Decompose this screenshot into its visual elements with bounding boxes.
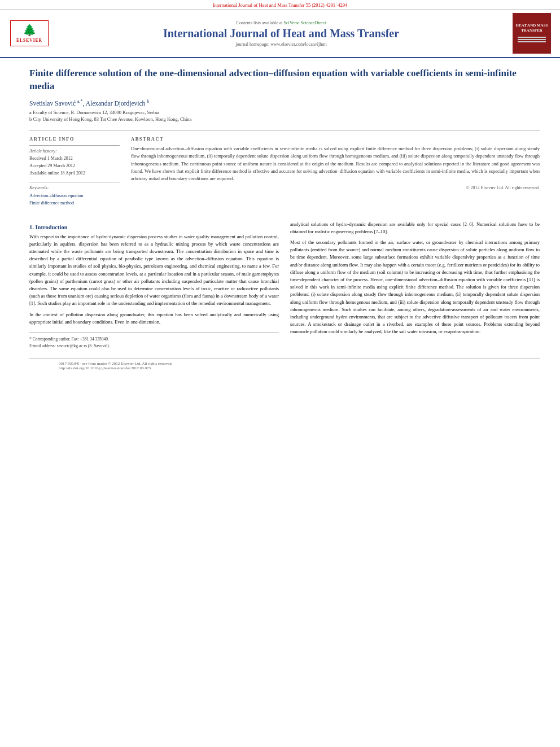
keyword-1: Advection–diffusion equation xyxy=(29,192,120,200)
abstract-column: ABSTRACT One-dimensional advection–diffu… xyxy=(131,136,540,212)
keyword-2: Finite difference method xyxy=(29,199,120,207)
article-container: Finite difference solution of the one-di… xyxy=(0,58,560,382)
keywords-label: Keywords: xyxy=(29,185,120,190)
affiliation-a: a Faculty of Science, R. Domanovića 12, … xyxy=(29,109,540,116)
history-section: Article history: Received 1 March 2012 A… xyxy=(29,145,120,177)
footnotes: * Corresponding author. Fax: +381 34 335… xyxy=(29,333,279,350)
thumb-journal-title: HEAT AND MASS TRANSFER xyxy=(515,23,549,33)
header-divider xyxy=(29,130,540,130)
journal-reference-bar: International Journal of Heat and Mass T… xyxy=(0,0,560,10)
journal-homepage: journal homepage: www.elsevier.com/locat… xyxy=(54,42,508,47)
article-info-abstract: ARTICLE INFO Article history: Received 1… xyxy=(29,136,540,212)
elsevier-tree-icon: 🌲 xyxy=(23,24,37,36)
article-title: Finite difference solution of the one-di… xyxy=(29,67,540,93)
intro-paragraph-2: In the context of pollution dispersion a… xyxy=(29,311,279,326)
available-date: Available online 18 April 2012 xyxy=(29,170,120,177)
journal-ref-text: International Journal of Heat and Mass T… xyxy=(213,2,348,8)
article-info-heading: ARTICLE INFO xyxy=(29,136,120,142)
copyright-text: © 2012 Elsevier Ltd. All rights reserved… xyxy=(131,185,540,190)
accepted-date: Accepted 29 March 2012 xyxy=(29,163,120,170)
article-info-column: ARTICLE INFO Article history: Received 1… xyxy=(29,136,120,212)
affiliations: a Faculty of Science, R. Domanovića 12, … xyxy=(29,109,540,124)
footnote-corresponding: * Corresponding author. Fax: +381 34 335… xyxy=(29,336,279,343)
received-date: Received 1 March 2012 xyxy=(29,155,120,163)
history-label: Article history: xyxy=(29,148,120,154)
intro-heading: 1. Introduction xyxy=(29,224,279,230)
journal-header: 🌲 ELSEVIER Contents lists available at S… xyxy=(0,10,560,58)
abstract-heading: ABSTRACT xyxy=(131,136,540,142)
right-paragraph-2: Most of the secondary pollutants formed … xyxy=(290,239,540,335)
doi-line: http://dx.doi.org/10.1016/j.ijheatmasstr… xyxy=(59,366,510,370)
keywords-section: Keywords: Advection–diffusion equation F… xyxy=(29,182,120,207)
footnote-email: E-mail address: savovic@kg.ac.rs (S. Sav… xyxy=(29,343,279,350)
abstract-text: One-dimensional advection–diffusion equa… xyxy=(131,145,540,182)
bottom-bar: 0017-9310/$ - see front matter © 2012 El… xyxy=(29,359,540,373)
author-djordjevich: Alexandar Djordjevich b xyxy=(86,100,150,107)
sciverse-link[interactable]: SciVerse ScienceDirect xyxy=(284,20,326,25)
right-paragraph-1: analytical solutions of hydro-dynamic di… xyxy=(290,221,540,235)
contents-line: Contents lists available at SciVerse Sci… xyxy=(54,20,508,25)
affiliation-b: b City University of Hong Kong, 83 Tat C… xyxy=(29,116,540,123)
rights-reserved-line: 0017-9310/$ - see front matter © 2012 El… xyxy=(59,361,510,366)
elsevier-brand-text: ELSEVIER xyxy=(16,38,42,43)
authors-line: Svetislav Savović a,*, Alexandar Djordje… xyxy=(29,99,540,107)
intro-paragraph-1: With respect to the importance of hydro-… xyxy=(29,233,279,308)
journal-thumbnail: HEAT AND MASS TRANSFER xyxy=(513,13,551,54)
main-content: 1. Introduction With respect to the impo… xyxy=(29,221,540,350)
thumb-decoration xyxy=(518,36,546,43)
elsevier-logo: 🌲 ELSEVIER xyxy=(9,20,50,46)
author-savovic: Svetislav Savović a,* xyxy=(29,100,83,107)
right-column: analytical solutions of hydro-dynamic di… xyxy=(290,221,540,350)
elsevier-logo-box: 🌲 ELSEVIER xyxy=(10,20,49,46)
header-center: Contents lists available at SciVerse Sci… xyxy=(54,20,508,47)
left-column: 1. Introduction With respect to the impo… xyxy=(29,221,279,350)
journal-title: International Journal of Heat and Mass T… xyxy=(54,27,508,40)
